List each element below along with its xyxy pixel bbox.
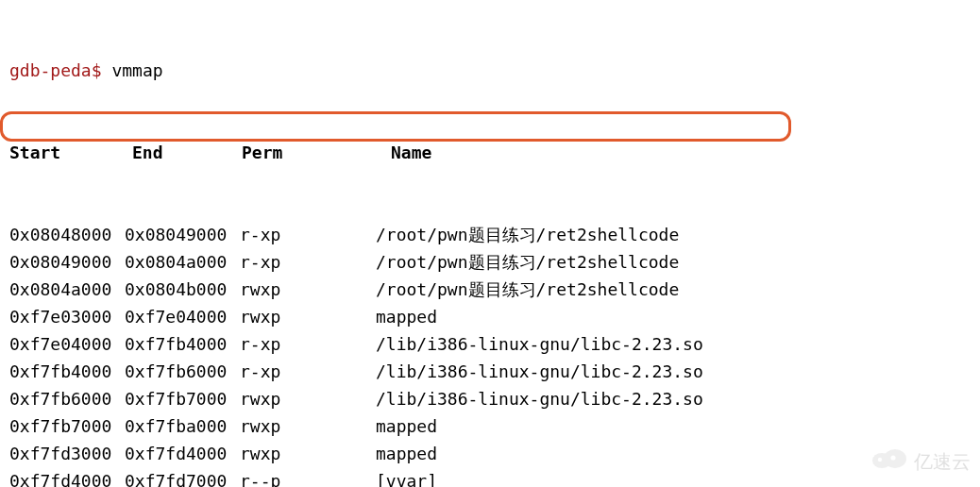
cell-perm: rwxp [240,412,376,440]
table-row: 0x080490000x0804a000r-xp/root/pwn题目练习/re… [9,248,980,276]
cell-name: /lib/i386-linux-gnu/libc-2.23.so [376,385,703,412]
cell-perm: r-xp [240,330,376,358]
cell-name: mapped [376,440,437,467]
cell-name: /lib/i386-linux-gnu/libc-2.23.so [376,330,703,358]
cell-end: 0x0804b000 [125,276,240,303]
table-row: 0xf7fd40000xf7fd7000r--p[vvar] [9,467,980,487]
cell-name: mapped [376,412,437,440]
cell-end: 0x0804a000 [125,248,240,276]
cell-perm: rwxp [240,276,376,303]
header-name: Name [391,139,431,166]
cell-name: /root/pwn题目练习/ret2shellcode [376,221,679,248]
cell-perm: rwxp [240,385,376,412]
cell-end: 0xf7fd7000 [125,467,240,487]
cell-start: 0xf7fb6000 [9,385,125,412]
cell-start: 0x08048000 [9,221,125,248]
table-row: 0x080480000x08049000r-xp/root/pwn题目练习/re… [9,221,980,248]
header-end: End [132,139,242,166]
cell-start: 0xf7e04000 [9,330,125,358]
table-row: 0xf7e040000xf7fb4000r-xp/lib/i386-linux-… [9,330,980,358]
cell-end: 0xf7fb4000 [125,330,240,358]
header-start: Start [9,139,132,166]
table-row: 0xf7fb70000xf7fba000rwxpmapped [9,412,980,440]
table-row: 0xf7e030000xf7e04000rwxpmapped [9,303,980,330]
highlight-annotation [0,111,791,142]
cell-perm: r-xp [240,358,376,385]
table-row: 0xf7fd30000xf7fd4000rwxpmapped [9,440,980,467]
prompt-line: gdb-peda$ vmmap [9,57,980,84]
table-row: 0xf7fb60000xf7fb7000rwxp/lib/i386-linux-… [9,385,980,412]
cell-name: /root/pwn题目练习/ret2shellcode [376,248,679,276]
cell-end: 0xf7fba000 [125,412,240,440]
prompt-label: gdb-peda$ [9,60,102,80]
cell-end: 0xf7fb7000 [125,385,240,412]
cell-start: 0x0804a000 [9,276,125,303]
cell-perm: r-xp [240,248,376,276]
table-row: 0xf7fb40000xf7fb6000r-xp/lib/i386-linux-… [9,358,980,385]
cell-end: 0xf7fb6000 [125,358,240,385]
cell-perm: r-xp [240,221,376,248]
cell-perm: r--p [240,467,376,487]
cell-end: 0x08049000 [125,221,240,248]
cell-start: 0xf7fb4000 [9,358,125,385]
cell-perm: rwxp [240,440,376,467]
cell-start: 0xf7fb7000 [9,412,125,440]
table-header: StartEndPermName [9,139,980,166]
cell-start: 0xf7fd4000 [9,467,125,487]
command-text: vmmap [111,60,162,80]
cell-end: 0xf7e04000 [125,303,240,330]
cell-perm: rwxp [240,303,376,330]
cell-name: [vvar] [376,467,437,487]
header-perm: Perm [242,139,391,166]
table-row: 0x0804a0000x0804b000rwxp/root/pwn题目练习/re… [9,276,980,303]
cell-start: 0xf7e03000 [9,303,125,330]
cell-name: /lib/i386-linux-gnu/libc-2.23.so [376,358,703,385]
cell-name: mapped [376,303,437,330]
cell-start: 0x08049000 [9,248,125,276]
cell-name: /root/pwn题目练习/ret2shellcode [376,276,679,303]
cell-end: 0xf7fd4000 [125,440,240,467]
cell-start: 0xf7fd3000 [9,440,125,467]
terminal-output[interactable]: gdb-peda$ vmmap StartEndPermName 0x08048… [0,0,980,487]
